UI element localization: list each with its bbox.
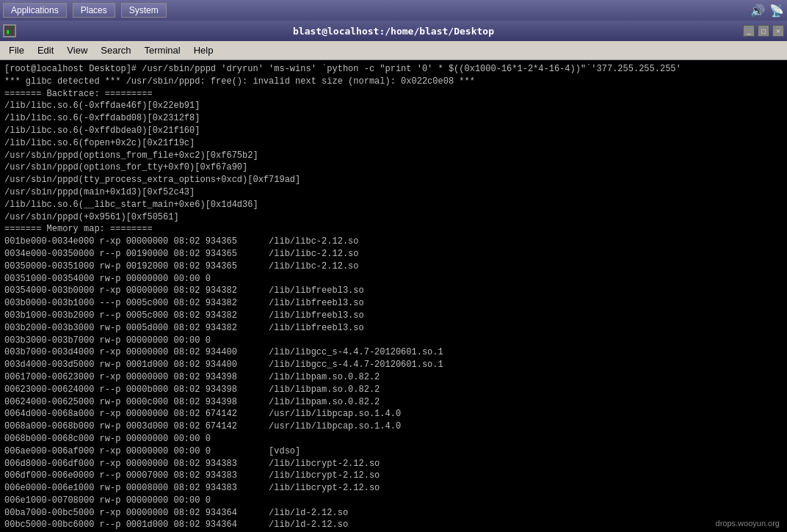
window-title: blast@localhost:/home/blast/Desktop: [293, 26, 494, 37]
terminal-line: 003b1000-003b2000 r--p 0005c000 08:02 93…: [4, 310, 783, 322]
terminal-line: ======= Memory map: ========: [4, 223, 783, 236]
terminal-line: /lib/libc.so.6(-0xffdae46f)[0x22eb91]: [4, 100, 783, 112]
title-bar: ▮ blast@localhost:/home/blast/Desktop _ …: [0, 21, 787, 41]
terminal-line: 00bc5000-00bc6000 r--p 0001d000 08:02 93…: [4, 519, 783, 531]
terminal-line: 001be000-0034e000 r-xp 00000000 08:02 93…: [4, 236, 783, 248]
terminal-line: 00623000-00624000 r--p 0000b000 08:02 93…: [4, 384, 783, 396]
volume-icon: 📡: [769, 4, 784, 18]
terminal-line: 00351000-00354000 rw-p 00000000 00:00 0: [4, 273, 783, 285]
terminal-line: /usr/sbin/pppd(+0x9561)[0xf50561]: [4, 211, 783, 224]
taskbar-system-icons: 🔊 📡: [750, 4, 784, 18]
terminal-line: /lib/libc.so.6(-0xffdabd08)[0x2312f8]: [4, 112, 783, 125]
terminal-line: /lib/libc.so.6(__libc_start_main+0xe6)[0…: [4, 199, 783, 211]
svg-text:▮: ▮: [6, 28, 10, 35]
terminal-line: 00350000-00351000 rw-p 00192000 08:02 93…: [4, 260, 783, 273]
terminal-line: ======= Backtrace: =========: [4, 88, 783, 101]
terminal-line: 0068b000-0068c000 rw-p 00000000 00:00 0: [4, 433, 783, 445]
terminal-line: 003b2000-003b3000 rw-p 0005d000 08:02 93…: [4, 322, 783, 335]
terminal-line: /usr/sbin/pppd(options_from_file+0xc2)[0…: [4, 150, 783, 162]
terminal-line: 003b3000-003b7000 rw-p 00000000 00:00 0: [4, 335, 783, 347]
menu-search[interactable]: Search: [95, 43, 137, 57]
terminal-line: *** glibc detected *** /usr/sbin/pppd: f…: [4, 76, 783, 88]
terminal-line: 0064d000-0068a000 r-xp 00000000 08:02 67…: [4, 408, 783, 420]
terminal-line: 0068a000-0068b000 rw-p 0003d000 08:02 67…: [4, 420, 783, 433]
terminal-line: 00617000-00623000 r-xp 00000000 08:02 93…: [4, 371, 783, 384]
terminal-line: /usr/sbin/pppd(options_for_tty+0xf0)[0xf…: [4, 161, 783, 174]
system-button[interactable]: System: [121, 3, 167, 18]
menu-view[interactable]: View: [61, 43, 93, 57]
terminal-output[interactable]: [root@localhost Desktop]# /usr/sbin/pppd…: [0, 60, 787, 532]
maximize-button[interactable]: □: [758, 25, 769, 37]
terminal-line: /usr/sbin/pppd(main+0x1d3)[0xf52c43]: [4, 186, 783, 199]
taskbar-top: Applications Places System 🔊 📡: [0, 0, 787, 21]
terminal-line: /lib/libc.so.6(fopen+0x2c)[0x21f19c]: [4, 137, 783, 150]
watermark: drops.wooyun.org: [716, 519, 780, 528]
terminal-line: [root@localhost Desktop]# /usr/sbin/pppd…: [4, 63, 783, 76]
terminal-line: 00354000-003b0000 r-xp 00000000 08:02 93…: [4, 285, 783, 297]
terminal-line: /usr/sbin/pppd(tty_process_extra_options…: [4, 174, 783, 186]
window-controls: _ □ ✕: [743, 25, 787, 37]
title-bar-left: ▮: [0, 24, 16, 37]
terminal-line: 006e1000-00708000 rw-p 00000000 00:00 0: [4, 495, 783, 507]
terminal-line: 003b0000-003b1000 ---p 0005c000 08:02 93…: [4, 297, 783, 310]
terminal-line: 006ae000-006af000 r-xp 00000000 00:00 0 …: [4, 445, 783, 458]
terminal-line: 0034e000-00350000 r--p 00190000 08:02 93…: [4, 248, 783, 260]
menu-terminal[interactable]: Terminal: [139, 43, 186, 57]
terminal-line: 003d4000-003d5000 rw-p 0001d000 08:02 93…: [4, 359, 783, 371]
terminal-line: 00624000-00625000 rw-p 0000c000 08:02 93…: [4, 396, 783, 409]
minimize-button[interactable]: _: [743, 25, 755, 37]
terminal-line: 003b7000-003d4000 r-xp 00000000 08:02 93…: [4, 346, 783, 359]
menu-bar: File Edit View Search Terminal Help: [0, 41, 787, 60]
menu-help[interactable]: Help: [188, 43, 220, 57]
network-icon: 🔊: [750, 4, 765, 18]
menu-edit[interactable]: Edit: [32, 43, 59, 57]
terminal-line: 006df000-006e0000 r--p 00007000 08:02 93…: [4, 470, 783, 482]
applications-button[interactable]: Applications: [3, 3, 67, 18]
menu-file[interactable]: File: [3, 43, 30, 57]
terminal-line: 006e0000-006e1000 rw-p 00008000 08:02 93…: [4, 482, 783, 495]
terminal-line: 006d8000-006df000 r-xp 00000000 08:02 93…: [4, 458, 783, 470]
terminal-line: 00ba7000-00bc5000 r-xp 00000000 08:02 93…: [4, 507, 783, 520]
places-button[interactable]: Places: [73, 3, 115, 18]
close-button[interactable]: ✕: [772, 25, 784, 37]
terminal-icon: ▮: [3, 24, 16, 37]
terminal-line: /lib/libc.so.6(-0xffdbdea0)[0x21f160]: [4, 125, 783, 137]
